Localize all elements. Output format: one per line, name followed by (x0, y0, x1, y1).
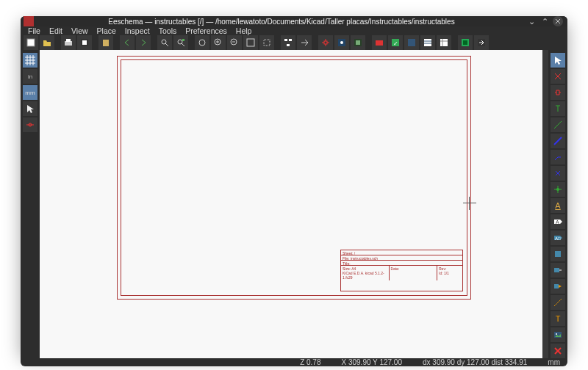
svg-rect-21 (284, 39, 287, 41)
menu-tools[interactable]: Tools (159, 26, 177, 35)
place-sheet-pin-icon[interactable] (551, 279, 565, 294)
annotate-icon[interactable] (372, 35, 387, 50)
svg-line-11 (182, 43, 184, 46)
place-noconnect-icon[interactable] (551, 166, 565, 181)
place-bus-entry-icon[interactable] (551, 150, 565, 164)
zoom-in-icon[interactable] (211, 35, 226, 50)
import-back-icon[interactable] (474, 35, 489, 50)
print-icon[interactable] (61, 35, 76, 50)
svg-line-64 (554, 299, 562, 306)
minimize-icon[interactable]: ⌄ (526, 16, 537, 26)
footprint-editor-icon[interactable] (351, 35, 365, 50)
svg-rect-62 (554, 268, 559, 272)
grid-toggle-icon[interactable] (23, 53, 37, 68)
place-label-icon[interactable]: A (551, 198, 565, 213)
new-icon[interactable] (24, 35, 38, 50)
status-unit: mm (548, 358, 560, 366)
symbol-editor-icon[interactable] (318, 35, 333, 50)
hierarchy-icon[interactable] (281, 35, 295, 50)
zoom-selection-icon[interactable] (259, 35, 274, 50)
titlebar: Eeschema — instructables [/] — /home/lew… (21, 16, 567, 26)
import-sheet-pin-icon[interactable] (551, 263, 565, 278)
svg-rect-2 (27, 39, 35, 46)
plot-icon[interactable] (77, 35, 92, 50)
menu-preferences[interactable]: Preferences (185, 26, 227, 35)
erc-icon[interactable]: ✓ (388, 35, 403, 50)
bom-icon[interactable] (437, 35, 451, 50)
place-image-icon[interactable] (551, 327, 565, 342)
menu-view[interactable]: View (71, 26, 88, 35)
pcbnew-icon[interactable] (458, 35, 473, 50)
place-hier-label-icon[interactable]: A□ (551, 231, 565, 245)
place-power-icon[interactable] (551, 101, 565, 116)
svg-rect-29 (376, 40, 383, 46)
menu-place[interactable]: Place (97, 26, 116, 35)
menu-edit[interactable]: Edit (49, 26, 62, 35)
unit-mm-icon[interactable]: mm (23, 85, 37, 100)
symbol-fields-icon[interactable] (420, 35, 435, 50)
open-icon[interactable] (40, 35, 54, 50)
status-dxy: dx 309.90 dy 127.00 dist 334.91 (423, 358, 527, 366)
svg-rect-6 (82, 40, 87, 45)
svg-rect-23 (287, 44, 290, 46)
tb-id: Id: 1/1 (439, 271, 461, 275)
svg-rect-33 (424, 39, 431, 46)
svg-rect-32 (408, 39, 415, 46)
redo-icon[interactable] (136, 35, 151, 50)
crosshair-cursor (463, 197, 476, 210)
undo-icon[interactable] (120, 35, 135, 50)
menu-help[interactable]: Help (236, 26, 252, 35)
svg-line-52 (554, 121, 562, 128)
svg-point-26 (340, 41, 343, 44)
highlight-net-icon[interactable] (551, 69, 565, 84)
tb-title: Title: (341, 261, 462, 266)
svg-line-9 (165, 43, 168, 46)
place-line-icon[interactable] (551, 295, 565, 310)
canvas[interactable]: Sheet: / File: instructables.sch Title: … (40, 50, 542, 358)
menu-inspect[interactable]: Inspect (125, 26, 150, 35)
tb-file: File: instructables.sch (341, 255, 462, 261)
right-toolbar: A A A□ T (548, 50, 567, 358)
svg-rect-20 (264, 40, 270, 46)
close-icon[interactable] (553, 16, 563, 26)
place-text-icon[interactable]: T (551, 311, 565, 326)
maximize-icon[interactable]: ⌃ (539, 16, 550, 26)
place-wire-icon[interactable] (551, 117, 565, 132)
zoom-redraw-icon[interactable] (195, 35, 209, 50)
svg-rect-61 (555, 251, 561, 257)
svg-rect-22 (289, 39, 292, 41)
find-icon[interactable] (157, 35, 172, 50)
menubar: File Edit View Place Inspect Tools Prefe… (21, 26, 567, 35)
unit-in-icon[interactable]: in (23, 69, 37, 84)
place-sheet-icon[interactable] (551, 247, 565, 261)
eeschema-window: Eeschema — instructables [/] — /home/lew… (21, 16, 567, 354)
symbol-browser-icon[interactable] (334, 35, 349, 50)
replace-icon[interactable] (173, 35, 188, 50)
svg-rect-24 (324, 41, 327, 44)
window-title: Eeschema — instructables [/] — /home/lew… (37, 18, 526, 26)
svg-point-66 (556, 333, 557, 335)
statusbar: Z 0.78 X 309.90 Y 127.00 dx 309.90 dy 12… (21, 358, 567, 366)
place-junction-icon[interactable] (551, 182, 565, 197)
tb-date: Date: (391, 266, 436, 271)
zoom-out-icon[interactable] (227, 35, 242, 50)
leave-sheet-icon[interactable] (297, 35, 312, 50)
left-toolbar: in mm (21, 50, 40, 358)
svg-rect-19 (247, 39, 254, 46)
delete-tool-icon[interactable] (551, 344, 565, 358)
cursor-shape-icon[interactable] (23, 101, 37, 116)
menu-file[interactable]: File (28, 26, 40, 35)
place-bus-icon[interactable] (551, 134, 565, 148)
zoom-fit-icon[interactable] (243, 35, 258, 50)
place-component-icon[interactable] (551, 85, 565, 100)
svg-text:A□: A□ (555, 236, 561, 241)
select-tool-icon[interactable] (551, 53, 565, 68)
svg-rect-7 (103, 40, 109, 46)
svg-text:A: A (556, 220, 559, 225)
assign-footprints-icon[interactable] (404, 35, 419, 50)
paste-icon[interactable] (98, 35, 113, 50)
svg-rect-40 (463, 40, 467, 45)
svg-line-53 (554, 137, 562, 145)
hidden-pins-icon[interactable] (23, 117, 37, 132)
place-global-label-icon[interactable]: A (551, 214, 565, 229)
